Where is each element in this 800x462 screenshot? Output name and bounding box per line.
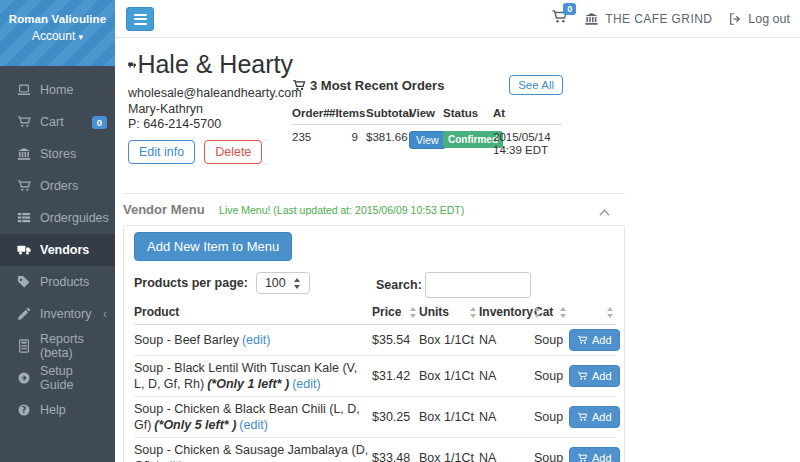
- product-price: $31.42: [372, 356, 419, 397]
- product-units: Box 1/1Ct: [419, 325, 479, 356]
- bank-icon: [584, 12, 599, 26]
- topbar-cart-badge: 0: [563, 3, 576, 15]
- topbar-cart-button[interactable]: 0: [551, 9, 568, 29]
- laptop-icon: [17, 83, 31, 97]
- sidebar-item-products[interactable]: Products: [0, 266, 115, 298]
- product-cat: Soup: [534, 356, 569, 397]
- sidebar-item-vendors[interactable]: Vendors: [0, 234, 115, 266]
- sidebar-item-reports[interactable]: Reports (beta): [0, 330, 115, 362]
- add-new-item-button[interactable]: Add New Item to Menu: [134, 232, 292, 261]
- col-units[interactable]: Units: [419, 302, 479, 325]
- question-circle-icon: ?: [17, 403, 31, 417]
- logout-icon: [728, 12, 743, 26]
- calculator-icon: [17, 339, 31, 353]
- col-at: At: [493, 104, 562, 125]
- chevron-left-icon: ‹: [103, 307, 107, 321]
- stock-note: (*Only 5 left* ): [154, 418, 236, 432]
- vendor-menu-header: Vendor Menu Live Menu! (Last updated at:…: [123, 200, 625, 222]
- sidebar-item-home[interactable]: Home: [0, 74, 115, 106]
- section-divider: [123, 193, 625, 194]
- product-units: Box 1/1Ct: [419, 397, 479, 438]
- vendor-menu-title: Vendor Menu: [123, 202, 205, 217]
- cart-icon: [577, 371, 588, 381]
- sidebar-item-help[interactable]: ? Help: [0, 394, 115, 426]
- col-product[interactable]: Product: [134, 302, 372, 325]
- product-units: Box 1/1Ct: [419, 356, 479, 397]
- product-cat: Soup: [534, 397, 569, 438]
- order-number: 235: [292, 125, 329, 162]
- sort-icon: [559, 307, 567, 318]
- truck-icon: [128, 54, 136, 76]
- product-price: $33.48: [372, 438, 419, 462]
- cart-count-badge: 0: [92, 116, 107, 129]
- menu-row: Soup - Chicken & Black Bean Chili (L, D,…: [134, 397, 616, 438]
- cart-icon: [292, 79, 306, 92]
- order-subtotal: $381.66: [366, 125, 409, 162]
- menu-row: Soup - Chicken & Sausage Jambalaya (D, G…: [134, 438, 616, 462]
- add-to-cart-button[interactable]: Add: [569, 365, 620, 387]
- vendor-email: wholesale@haleandhearty.com: [128, 86, 293, 102]
- edit-info-button[interactable]: Edit info: [128, 140, 195, 164]
- vendor-menu-panel: Add New Item to Menu Products per page: …: [123, 225, 625, 462]
- sort-icon: [606, 307, 614, 318]
- sort-icon: [469, 307, 477, 318]
- select-updown-icon: [293, 278, 301, 289]
- col-subtotal: Subtotal: [366, 104, 409, 125]
- account-dropdown[interactable]: Account ▾: [0, 29, 115, 43]
- sidebar-item-inventory[interactable]: Inventory ‹: [0, 298, 115, 330]
- sidebar-item-cart[interactable]: Cart 0: [0, 106, 115, 138]
- live-menu-note: Live Menu! (Last updated at: 2015/06/09 …: [219, 204, 464, 216]
- vendor-name: Hale & Hearty: [137, 50, 293, 79]
- product-name: Soup - Beef Barley: [134, 333, 239, 347]
- col-view: View: [409, 104, 443, 125]
- pencil-icon: [17, 307, 31, 321]
- sidebar-item-setup-guide[interactable]: Setup Guide: [0, 362, 115, 394]
- product-units: Box 1/1Ct: [419, 438, 479, 462]
- bank-icon: [17, 147, 31, 161]
- edit-product-link[interactable]: (edit): [239, 418, 267, 432]
- cart-icon: [17, 179, 31, 193]
- search-input[interactable]: [425, 272, 531, 298]
- view-order-button[interactable]: View: [409, 131, 446, 149]
- main-content: Hale & Hearty wholesale@haleandhearty.co…: [115, 38, 800, 462]
- order-items: 9: [329, 125, 366, 162]
- product-cat: Soup: [534, 325, 569, 356]
- product-inventory: NA: [479, 397, 534, 438]
- sort-icon: [409, 307, 417, 318]
- hamburger-menu-button[interactable]: [126, 7, 154, 31]
- table-icon: [17, 211, 31, 225]
- product-price: $30.25: [372, 397, 419, 438]
- sidebar-item-stores[interactable]: Stores: [0, 138, 115, 170]
- product-cat: Soup: [534, 438, 569, 462]
- circle-arrow-icon: [17, 371, 31, 385]
- sidebar-item-orders[interactable]: Orders: [0, 170, 115, 202]
- menu-table: Product Price Units Inventory Cat Soup -…: [134, 302, 616, 462]
- per-page-select[interactable]: 100: [256, 272, 310, 294]
- vendor-card: Hale & Hearty wholesale@haleandhearty.co…: [128, 50, 293, 164]
- collapse-panel-button[interactable]: [599, 203, 610, 221]
- user-name: Roman Valiouline: [0, 13, 115, 25]
- menu-row: Soup - Beef Barley(edit) $35.54 Box 1/1C…: [134, 325, 616, 356]
- col-inventory[interactable]: Inventory: [479, 302, 534, 325]
- see-all-button[interactable]: See All: [509, 75, 563, 95]
- store-menu[interactable]: THE CAFE GRIND: [584, 12, 712, 26]
- col-action[interactable]: [569, 302, 616, 325]
- edit-product-link[interactable]: (edit): [292, 377, 320, 391]
- cart-icon: [577, 453, 588, 462]
- sidebar: Roman Valiouline Account ▾ Home Cart 0 S…: [0, 0, 115, 462]
- sidebar-item-orderguides[interactable]: Orderguides: [0, 202, 115, 234]
- add-to-cart-button[interactable]: Add: [569, 447, 620, 462]
- store-name: THE CAFE GRIND: [605, 12, 712, 26]
- col-price[interactable]: Price: [372, 302, 419, 325]
- delete-button[interactable]: Delete: [204, 140, 262, 164]
- add-to-cart-button[interactable]: Add: [569, 406, 620, 428]
- cart-icon: [577, 412, 588, 422]
- col-order: Order#: [292, 104, 329, 125]
- edit-product-link[interactable]: (edit): [242, 333, 270, 347]
- add-to-cart-button[interactable]: Add: [569, 329, 620, 351]
- chevron-down-icon: ▾: [79, 32, 84, 42]
- vendor-contact: Mary-Kathryn: [128, 102, 293, 118]
- sort-icon: [533, 307, 541, 318]
- col-items: #Items: [329, 104, 366, 125]
- logout-button[interactable]: Log out: [728, 12, 790, 26]
